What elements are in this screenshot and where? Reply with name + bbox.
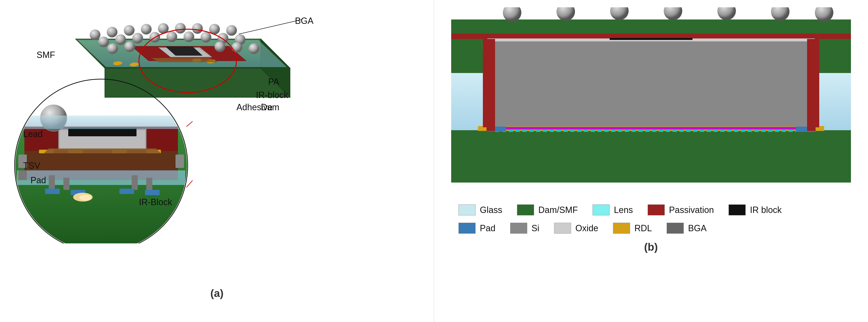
legend-item-oxide: Oxide <box>554 223 598 234</box>
panel-a: BGA SMF PA IR-block Adhesive Dam Lead TS… <box>0 0 434 322</box>
main-container: BGA SMF PA IR-block Adhesive Dam Lead TS… <box>0 0 868 322</box>
svg-point-33 <box>215 41 225 52</box>
svg-rect-54 <box>176 154 184 168</box>
legend-label-glass: Glass <box>480 205 502 215</box>
legend-item-si: Si <box>510 223 539 234</box>
cross-section-svg <box>444 7 858 192</box>
svg-point-90 <box>557 7 575 21</box>
svg-marker-66 <box>14 116 188 129</box>
svg-point-16 <box>141 24 152 35</box>
legend-swatch-lens <box>593 205 610 215</box>
legend-swatch-ir-block <box>728 205 746 215</box>
svg-rect-69 <box>451 129 851 183</box>
legend-swatch-glass <box>459 205 475 215</box>
legend-item-lens: Lens <box>593 205 633 215</box>
svg-marker-98 <box>487 39 495 131</box>
caption-a: (a) <box>210 287 223 299</box>
svg-rect-62 <box>145 190 160 195</box>
legend-swatch-si <box>510 223 527 234</box>
legend-swatch-rdl <box>613 223 630 234</box>
legend-label-bga: BGA <box>688 223 707 234</box>
label-tsv: TSV <box>23 160 40 171</box>
svg-point-91 <box>610 7 629 20</box>
svg-point-31 <box>107 43 118 54</box>
svg-point-18 <box>175 23 186 34</box>
label-ir-block-bottom: IR-Block <box>139 197 172 207</box>
svg-marker-99 <box>807 39 815 131</box>
label-smf: SMF <box>37 50 55 60</box>
legend-item-ir-block: IR block <box>728 205 782 215</box>
svg-rect-61 <box>119 189 134 194</box>
legend-label-oxide: Oxide <box>576 223 598 234</box>
caption-b: (b) <box>644 241 658 253</box>
svg-rect-80 <box>485 39 817 127</box>
svg-rect-50 <box>68 128 136 136</box>
legend-swatch-passivation <box>648 205 665 215</box>
svg-point-15 <box>124 25 134 36</box>
legend-label-passivation: Passivation <box>669 205 714 215</box>
legend-swatch-oxide <box>554 223 571 234</box>
panel-b: Glass Dam/SMF Lens Passivation IR block <box>434 0 868 322</box>
svg-rect-59 <box>45 189 60 194</box>
svg-rect-85 <box>495 127 807 130</box>
svg-point-92 <box>664 7 682 20</box>
svg-rect-53 <box>18 170 27 180</box>
label-dam: Dam <box>261 102 279 112</box>
svg-marker-96 <box>451 131 487 183</box>
svg-point-93 <box>717 7 736 20</box>
svg-marker-51 <box>44 148 161 153</box>
svg-rect-56 <box>63 178 69 190</box>
label-ir-block-top: IR-block <box>256 90 288 100</box>
legend-label-dam-smf: Dam/SMF <box>538 205 578 215</box>
svg-point-34 <box>231 42 242 53</box>
legend-item-dam-smf: Dam/SMF <box>517 205 578 215</box>
label-lead: Lead <box>23 129 43 139</box>
svg-point-24 <box>132 33 143 43</box>
legend-item-glass: Glass <box>459 205 502 215</box>
legend-swatch-pad <box>459 223 475 234</box>
svg-rect-57 <box>132 175 138 190</box>
svg-point-13 <box>90 30 100 40</box>
svg-line-67 <box>186 78 192 127</box>
svg-point-23 <box>115 34 126 45</box>
svg-point-26 <box>166 31 177 42</box>
svg-point-64 <box>79 195 91 201</box>
legend-item-passivation: Passivation <box>648 205 714 215</box>
svg-point-28 <box>200 32 211 43</box>
svg-marker-12 <box>151 58 217 62</box>
svg-rect-84 <box>610 38 692 40</box>
legend-label-pad: Pad <box>480 223 496 234</box>
legend-label-si: Si <box>532 223 539 234</box>
svg-marker-97 <box>815 131 851 183</box>
legend-swatch-dam-smf <box>517 205 534 215</box>
legend-item-bga: BGA <box>666 223 707 234</box>
svg-rect-55 <box>49 175 55 190</box>
legend-label-rdl: RDL <box>634 223 652 234</box>
cross-section-diagram <box>444 7 858 197</box>
label-bga: BGA <box>295 16 313 26</box>
legend-label-ir-block: IR block <box>750 205 782 215</box>
legend-item-pad2: Pad <box>459 223 496 234</box>
svg-point-94 <box>771 7 789 21</box>
svg-point-35 <box>249 43 259 54</box>
legend-label-lens: Lens <box>614 205 633 215</box>
label-pad: Pad <box>30 175 46 185</box>
svg-rect-58 <box>146 178 152 190</box>
legend-swatch-bga <box>666 223 684 234</box>
svg-marker-43 <box>24 151 178 170</box>
svg-point-22 <box>98 37 109 47</box>
svg-point-27 <box>184 31 194 42</box>
svg-point-14 <box>107 27 118 37</box>
label-pa: PA <box>268 77 279 87</box>
svg-line-37 <box>239 20 302 34</box>
svg-point-32 <box>124 41 135 52</box>
diagram-a: BGA SMF PA IR-block Adhesive Dam Lead TS… <box>10 5 424 285</box>
legend-container: Glass Dam/SMF Lens Passivation IR block <box>444 205 858 220</box>
legend-item-rdl: RDL <box>613 223 652 234</box>
svg-point-21 <box>226 25 237 36</box>
svg-point-19 <box>192 23 203 34</box>
